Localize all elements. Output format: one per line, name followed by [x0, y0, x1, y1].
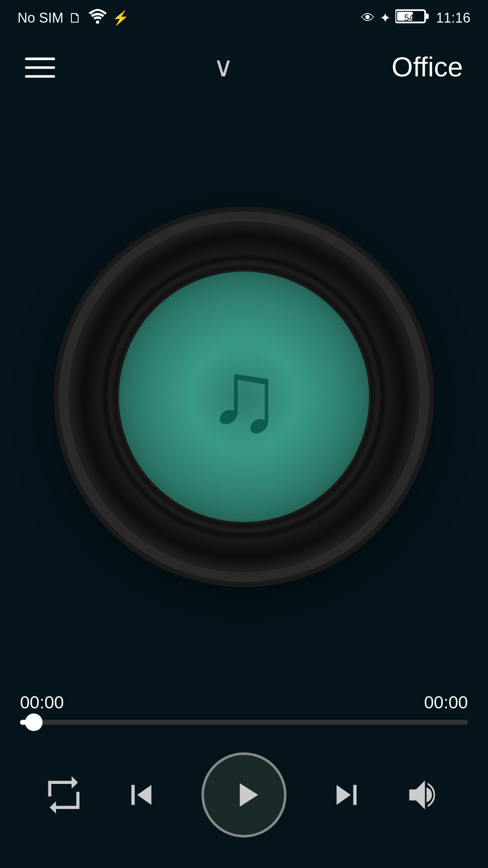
previous-button[interactable]: [122, 775, 162, 815]
svg-rect-3: [426, 14, 429, 19]
status-left: No SIM 🗋 ⚡: [18, 9, 130, 26]
status-bar: No SIM 🗋 ⚡ 👁 ✦ 54% 11:16: [0, 0, 488, 35]
time-labels: 00:00 00:00: [20, 692, 468, 712]
progress-section: 00:00 00:00: [0, 692, 488, 732]
progress-thumb[interactable]: [25, 713, 42, 731]
carrier-text: No SIM: [18, 10, 64, 25]
album-art-container: ♫: [0, 100, 488, 693]
volume-button[interactable]: [406, 776, 443, 814]
time-total: 00:00: [424, 692, 468, 712]
playback-controls: [0, 732, 488, 868]
time-display: 11:16: [436, 10, 470, 25]
wifi-icon: [87, 9, 107, 26]
usb-icon: ⚡: [112, 9, 130, 26]
chevron-down-icon[interactable]: ∨: [213, 52, 233, 84]
header: ∨ Office: [0, 35, 488, 100]
svg-text:54%: 54%: [405, 13, 422, 23]
previous-icon: [122, 775, 162, 815]
menu-button[interactable]: [25, 57, 55, 77]
album-art: ♫: [119, 271, 369, 521]
play-button[interactable]: [202, 752, 286, 837]
status-right: 👁 ✦ 54% 11:16: [361, 8, 470, 28]
vinyl-record: ♫: [69, 221, 419, 571]
next-icon: [326, 775, 366, 815]
next-button[interactable]: [326, 775, 366, 815]
repeat-button[interactable]: [45, 776, 82, 814]
battery-icon: 54%: [396, 8, 431, 28]
music-note-icon: ♫: [206, 339, 282, 454]
bluetooth-icon: ✦: [380, 9, 391, 26]
progress-bar[interactable]: [20, 720, 468, 725]
svg-point-0: [95, 20, 99, 24]
eye-icon: 👁: [361, 10, 375, 25]
location-label: Office: [392, 52, 463, 84]
play-icon: [226, 775, 267, 815]
sim-icon: 🗋: [68, 10, 82, 25]
repeat-icon: [45, 776, 82, 814]
time-current: 00:00: [20, 692, 64, 712]
volume-icon: [406, 776, 443, 814]
